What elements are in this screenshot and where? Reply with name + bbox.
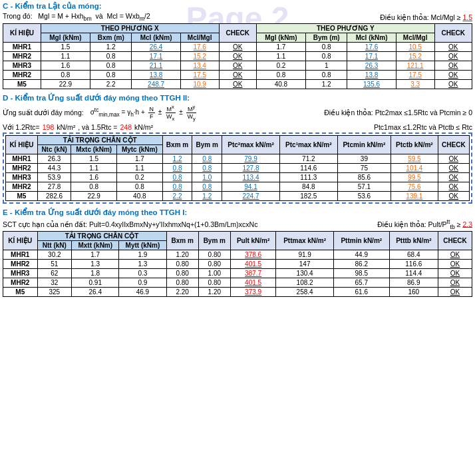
th-d-ntc: Ntc (kN) — [37, 144, 71, 154]
cell-check-y: OK — [434, 61, 472, 71]
cell-check-y: OK — [434, 52, 472, 61]
cell-bym: 0.80 — [198, 250, 230, 260]
cell-mclmgl-x: 13.4 — [180, 61, 219, 71]
cell-bxm: 0.8 — [90, 71, 131, 80]
cell-id: MHR1 — [3, 250, 38, 260]
th-e-bxm: Bxm m — [166, 232, 198, 250]
section-e-subtitle: SCT cực hạn của nền đất: Pult=0.4xyIIxBm… — [3, 220, 257, 228]
cell-id: MHR3 — [6, 172, 38, 182]
cell-bxm: 0.80 — [166, 260, 198, 269]
cell-bym: 0.80 — [198, 260, 230, 269]
section-e: E - Kiểm tra Ứng suất dưới đáy móng theo… — [3, 208, 472, 298]
th-e-check: CHECK — [438, 232, 472, 250]
th-d-ptcmin: Ptcmin kN/m² — [337, 135, 391, 154]
cell-ntt: 32 — [37, 278, 72, 288]
cell-id: M5 — [3, 288, 38, 297]
cell-id: MHR2 — [3, 278, 38, 288]
cell-mclmgl-y: 10.5 — [396, 43, 434, 52]
table-row: MHR3 1.6 0.8 21.1 13.4 OK 0.2 1 26.3 121… — [3, 61, 472, 71]
cell-mcl-x: 13.8 — [132, 71, 180, 80]
cell-bxm: 2.2 — [90, 80, 131, 89]
cell-bxm: 0.8 — [162, 182, 192, 191]
cell-mgl-y: 0.2 — [256, 61, 305, 71]
cell-bym: 1.20 — [198, 288, 230, 297]
cell-mytt: 0.9 — [119, 278, 166, 288]
cell-ptc2max: 113.4 — [222, 172, 280, 182]
cell-mytc: 1.1 — [117, 163, 163, 172]
cell-mgl-x: 1.1 — [41, 52, 90, 61]
cell-ptcmin: 85.6 — [337, 172, 391, 182]
cell-mclmgl-x: 10.9 — [180, 80, 219, 89]
cell-mxtt: 0.91 — [72, 278, 119, 288]
section-c-title: C - Kiểm tra Lật của móng: — [3, 1, 472, 11]
cell-pttmax: 147 — [276, 260, 334, 269]
cell-ptctb: 139.1 — [391, 191, 438, 200]
cell-mytt: 1.9 — [119, 250, 166, 260]
cell-id: MHR1 — [3, 43, 41, 52]
cell-mcl-y: 17.1 — [347, 52, 396, 61]
th-e-bym: Bym m — [198, 232, 230, 250]
cell-pttmin: 98.5 — [333, 269, 389, 278]
cell-check: OK — [438, 172, 469, 182]
cell-id: MHR2 — [6, 182, 38, 191]
th-d-ptc2max: Ptc²max kN/m² — [222, 135, 280, 154]
cell-id: M5 — [3, 80, 41, 89]
cell-ptttb: 86.9 — [389, 278, 438, 288]
cell-check-x: OK — [219, 61, 256, 71]
table-row: MHR3 53.9 1.6 0.2 0.8 1.0 113.4 111.3 85… — [6, 172, 470, 182]
cell-ntc: 26.3 — [37, 154, 71, 163]
table-row: MHR1 30.2 1.7 1.9 1.20 0.80 378.6 91.9 4… — [3, 250, 472, 260]
table-row: M5 325 26.4 46.9 2.20 1.20 373.9 258.4 6… — [3, 288, 472, 297]
th-d-ptc1max: Ptc¹max kN/m² — [279, 135, 337, 154]
section-c-condition-val: 1.5 — [462, 13, 472, 21]
cell-mclmgl-y: 3.3 — [396, 80, 434, 89]
th-bym: Bym (m) — [305, 33, 347, 43]
section-d-rtc15-label: , và 1.5Rtc = — [78, 123, 117, 131]
table-row: MHR2 0.8 0.8 13.8 17.5 OK 0.8 0.8 13.8 1… — [3, 71, 472, 80]
cell-mclmgl-x: 17.5 — [180, 71, 219, 80]
section-c-table: KÍ HIỆU THEO PHƯƠNG X CHECK THEO PHƯƠNG … — [3, 23, 472, 89]
cell-mclmgl-y: 121.1 — [396, 61, 434, 71]
cell-ptc2max: 79.9 — [222, 154, 280, 163]
cell-mgl-y: 0.8 — [256, 71, 305, 80]
cell-ptttb: 160 — [389, 288, 438, 297]
th-e-pult: Pult kN/m² — [230, 232, 275, 250]
th-e-ntt: Ntt (kN) — [37, 241, 72, 250]
cell-mytt: 0.3 — [119, 269, 166, 278]
cell-pult: 378.6 — [230, 250, 275, 260]
cell-mxtc: 1.6 — [71, 172, 117, 182]
cell-pttmin: 86.2 — [333, 260, 389, 269]
cell-pttmax: 108.2 — [276, 278, 334, 288]
cell-check: OK — [438, 250, 472, 260]
cell-ntc: 44.3 — [37, 163, 71, 172]
cell-ptc1max: 111.3 — [279, 172, 337, 182]
cell-id: MHR2 — [3, 260, 38, 269]
cell-mgl-y: 40.8 — [256, 80, 305, 89]
table-row: MHR2 27.8 0.8 0.8 0.8 0.8 94.1 84.8 57.1… — [6, 182, 470, 191]
table-row: MHR3 62 1.8 0.3 0.80 1.00 387.7 130.4 98… — [3, 269, 472, 278]
cell-mxtc: 1.5 — [71, 154, 117, 163]
th-mclmgl-x: Mcl/Mgl — [180, 33, 219, 43]
cell-check: OK — [438, 269, 472, 278]
th-mgl-x: Mgl (kNm) — [41, 33, 90, 43]
th-e-pttmin: Pttmin kN/m² — [333, 232, 389, 250]
cell-bxm: 0.80 — [166, 278, 198, 288]
cell-bxm: 0.8 — [162, 163, 192, 172]
cell-ptc1max: 84.8 — [279, 182, 337, 191]
cell-check-x: OK — [219, 80, 256, 89]
cell-id: MHR2 — [3, 52, 41, 61]
section-d-table: KÍ HIỆU TẢI TRỌNG CHÂN CỘT Bxm m Bym m P… — [5, 135, 470, 201]
cell-bxm: 2.20 — [166, 288, 198, 297]
cell-id: MHR1 — [6, 154, 38, 163]
cell-ptcmin: 39 — [337, 154, 391, 163]
cell-ptcmin: 57.1 — [337, 182, 391, 191]
section-d-rtc15-unit: kN/m² — [134, 123, 153, 131]
cell-bym: 0.8 — [192, 154, 222, 163]
cell-ptttb: 68.4 — [389, 250, 438, 260]
cell-mcl-x: 21.1 — [132, 61, 180, 71]
section-e-title: E - Kiểm tra Ứng suất dưới đáy móng theo… — [3, 208, 472, 217]
th-mclmgl-y: Mcl/Mgl — [396, 33, 434, 43]
cell-check: OK — [438, 278, 472, 288]
cell-mxtt: 1.7 — [72, 250, 119, 260]
th-mgl-y: Mgl (kNm) — [256, 33, 305, 43]
